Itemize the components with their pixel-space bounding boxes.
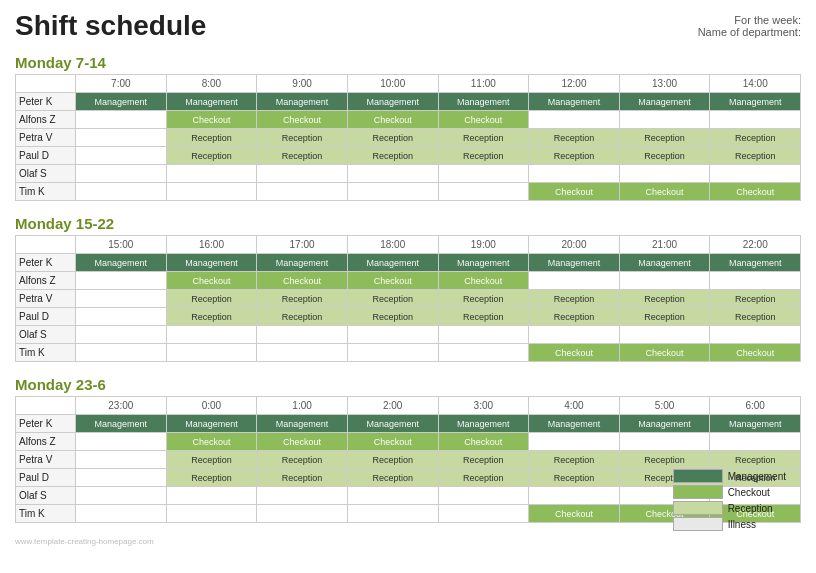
legend-box-reception	[673, 501, 723, 515]
cell-PeterK-2: Management	[257, 254, 348, 272]
col-header-time-7: 6:00	[710, 397, 801, 415]
cell-PetraV-0	[76, 290, 167, 308]
cell-OlafS-6	[619, 326, 710, 344]
col-header-time-3: 10:00	[347, 75, 438, 93]
cell-AlfonsZ-1: Checkout	[166, 433, 257, 451]
cell-name-AlfonsZ: Alfons Z	[16, 433, 76, 451]
col-header-time-4: 19:00	[438, 236, 529, 254]
cell-OlafS-2	[257, 165, 348, 183]
cell-PetraV-6: Reception	[619, 451, 710, 469]
cell-PetraV-5: Reception	[529, 451, 620, 469]
cell-AlfonsZ-0	[76, 111, 167, 129]
cell-OlafS-1	[166, 487, 257, 505]
cell-name-PaulD: Paul D	[16, 147, 76, 165]
cell-PaulD-7: Reception	[710, 147, 801, 165]
cell-AlfonsZ-1: Checkout	[166, 272, 257, 290]
cell-PaulD-0	[76, 469, 167, 487]
cell-OlafS-2	[257, 487, 348, 505]
cell-PeterK-6: Management	[619, 415, 710, 433]
cell-OlafS-0	[76, 165, 167, 183]
table-row: Paul DReceptionReceptionReceptionRecepti…	[16, 147, 801, 165]
col-header-time-6: 5:00	[619, 397, 710, 415]
cell-PeterK-6: Management	[619, 254, 710, 272]
cell-PeterK-0: Management	[76, 254, 167, 272]
cell-PaulD-5: Reception	[529, 469, 620, 487]
table-row: Peter KManagementManagementManagementMan…	[16, 415, 801, 433]
col-header-name	[16, 397, 76, 415]
cell-name-TimK: Tim K	[16, 344, 76, 362]
table-row: Peter KManagementManagementManagementMan…	[16, 254, 801, 272]
cell-PaulD-3: Reception	[347, 308, 438, 326]
cell-AlfonsZ-6	[619, 111, 710, 129]
cell-PetraV-2: Reception	[257, 129, 348, 147]
cell-PaulD-2: Reception	[257, 308, 348, 326]
cell-AlfonsZ-4: Checkout	[438, 111, 529, 129]
cell-TimK-7: Checkout	[710, 344, 801, 362]
cell-TimK-4	[438, 183, 529, 201]
table-afternoon: 15:0016:0017:0018:0019:0020:0021:0022:00…	[15, 235, 801, 362]
cell-PetraV-4: Reception	[438, 451, 529, 469]
col-header-time-5: 20:00	[529, 236, 620, 254]
cell-PaulD-1: Reception	[166, 469, 257, 487]
cell-name-PaulD: Paul D	[16, 469, 76, 487]
cell-OlafS-6	[619, 165, 710, 183]
cell-TimK-3	[347, 505, 438, 523]
col-header-time-7: 22:00	[710, 236, 801, 254]
cell-PetraV-6: Reception	[619, 129, 710, 147]
table-row: Paul DReceptionReceptionReceptionRecepti…	[16, 308, 801, 326]
cell-PeterK-2: Management	[257, 415, 348, 433]
page-title: Shift schedule	[15, 10, 206, 42]
col-header-time-0: 7:00	[76, 75, 167, 93]
col-header-time-6: 13:00	[619, 75, 710, 93]
cell-OlafS-0	[76, 487, 167, 505]
cell-TimK-1	[166, 183, 257, 201]
col-header-time-0: 23:00	[76, 397, 167, 415]
cell-PetraV-2: Reception	[257, 290, 348, 308]
cell-AlfonsZ-4: Checkout	[438, 433, 529, 451]
cell-PaulD-3: Reception	[347, 469, 438, 487]
cell-PaulD-4: Reception	[438, 147, 529, 165]
cell-PeterK-4: Management	[438, 254, 529, 272]
cell-PaulD-2: Reception	[257, 469, 348, 487]
cell-name-TimK: Tim K	[16, 183, 76, 201]
cell-PeterK-7: Management	[710, 415, 801, 433]
cell-TimK-7: Checkout	[710, 183, 801, 201]
cell-TimK-6: Checkout	[619, 344, 710, 362]
cell-PetraV-1: Reception	[166, 451, 257, 469]
cell-PetraV-7: Reception	[710, 129, 801, 147]
section-morning: Monday 7-147:008:009:0010:0011:0012:0013…	[15, 54, 801, 201]
cell-AlfonsZ-5	[529, 111, 620, 129]
cell-PeterK-5: Management	[529, 93, 620, 111]
cell-PetraV-5: Reception	[529, 290, 620, 308]
cell-AlfonsZ-0	[76, 433, 167, 451]
legend-box-management	[673, 469, 723, 483]
cell-PetraV-5: Reception	[529, 129, 620, 147]
cell-TimK-4	[438, 344, 529, 362]
cell-OlafS-1	[166, 165, 257, 183]
cell-TimK-2	[257, 183, 348, 201]
table-row: Petra VReceptionReceptionReceptionRecept…	[16, 451, 801, 469]
cell-name-OlafS: Olaf S	[16, 487, 76, 505]
cell-AlfonsZ-5	[529, 272, 620, 290]
table-row: Olaf S	[16, 326, 801, 344]
cell-TimK-1	[166, 344, 257, 362]
legend-reception: Reception	[673, 501, 786, 515]
cell-OlafS-5	[529, 487, 620, 505]
cell-PaulD-5: Reception	[529, 147, 620, 165]
cell-OlafS-3	[347, 487, 438, 505]
header: Shift schedule For the week: Name of dep…	[15, 10, 801, 42]
cell-AlfonsZ-3: Checkout	[347, 111, 438, 129]
cell-TimK-3	[347, 183, 438, 201]
for-the-week: For the week:	[698, 14, 801, 26]
cell-PaulD-6: Reception	[619, 147, 710, 165]
cell-PeterK-5: Management	[529, 254, 620, 272]
cell-PaulD-2: Reception	[257, 147, 348, 165]
cell-PaulD-3: Reception	[347, 147, 438, 165]
cell-AlfonsZ-6	[619, 272, 710, 290]
cell-PeterK-3: Management	[347, 415, 438, 433]
cell-PeterK-3: Management	[347, 254, 438, 272]
cell-PetraV-3: Reception	[347, 290, 438, 308]
cell-name-PetraV: Petra V	[16, 290, 76, 308]
section-title-night: Monday 23-6	[15, 376, 801, 393]
cell-TimK-2	[257, 505, 348, 523]
